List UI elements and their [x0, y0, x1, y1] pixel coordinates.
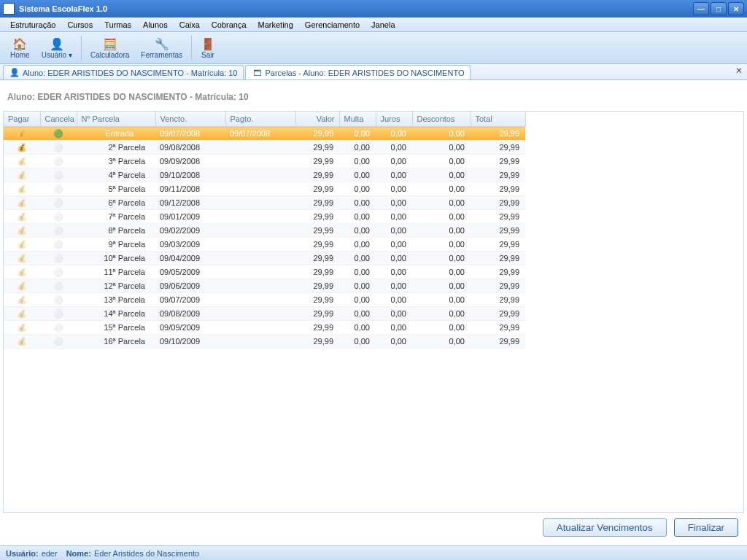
menu-turmas[interactable]: Turmas [98, 19, 137, 31]
atualizar-vencimentos-button[interactable]: Atualizar Vencimentos [543, 518, 667, 537]
cell-juros: 0,00 [376, 182, 412, 196]
col-pagto[interactable]: Pagto. [225, 112, 295, 127]
table-row[interactable]: 💰⚪2ª Parcela09/08/200829,990,000,000,002… [4, 141, 525, 155]
table-row[interactable]: 💰⚪12ª Parcela09/06/200929,990,000,000,00… [4, 279, 525, 293]
cell-valor: 29,99 [295, 335, 339, 349]
cell-pagto [225, 196, 295, 210]
status-nome-label: Nome: [66, 549, 91, 558]
table-row[interactable]: 💰⚪11ª Parcela09/05/200929,990,000,000,00… [4, 265, 525, 279]
table-row[interactable]: 💰⚪14ª Parcela09/08/200929,990,000,000,00… [4, 307, 525, 321]
cell-descontos: 0,00 [412, 210, 471, 224]
cell-total: 29,99 [471, 155, 525, 168]
minimize-button[interactable]: — [693, 2, 709, 15]
tab-parcelas[interactable]: 🗔 Parcelas - Aluno: EDER ARISTIDES DO NA… [245, 65, 471, 79]
content-area: Aluno: EDER ARISTIDES DO NASCIMENTO - Ma… [0, 80, 747, 545]
cell-pagto [225, 238, 295, 252]
cell-vencto: 09/04/2009 [155, 252, 225, 265]
cell-pagto [225, 293, 295, 307]
table-row[interactable]: 💰🟢Entrada09/07/200809/07/200829,990,000,… [4, 127, 525, 141]
cancel-icon[interactable]: 🟢 [53, 128, 64, 139]
status-nome: Eder Aristides do Nascimento [94, 549, 199, 558]
col-juros[interactable]: Juros [376, 112, 412, 127]
menu-caixa[interactable]: Caixa [174, 19, 206, 31]
menu-janela[interactable]: Janela [365, 19, 400, 31]
cell-vencto: 09/08/2009 [155, 307, 225, 321]
col-valor[interactable]: Valor [295, 112, 339, 127]
pay-icon: 💰 [16, 295, 28, 305]
cell-juros: 0,00 [376, 307, 412, 321]
table-row[interactable]: 💰⚪15ª Parcela09/09/200929,990,000,000,00… [4, 321, 525, 335]
user-icon: 👤 [50, 36, 64, 51]
table-row[interactable]: 💰⚪16ª Parcela09/10/200929,990,000,000,00… [4, 335, 525, 349]
cell-multa: 0,00 [339, 196, 376, 210]
toolbar-sair[interactable]: 🚪 Sair [195, 35, 221, 61]
cell-vencto: 09/11/2008 [155, 182, 225, 196]
pay-icon: 💰 [16, 239, 28, 249]
col-descontos[interactable]: Descontos [412, 112, 471, 127]
cell-vencto: 09/10/2009 [155, 335, 225, 349]
table-row[interactable]: 💰⚪4ª Parcela09/10/200829,990,000,000,002… [4, 168, 525, 182]
table-row[interactable]: 💰⚪6ª Parcela09/12/200829,990,000,000,002… [4, 196, 525, 210]
col-cancela[interactable]: Cancela [40, 112, 77, 127]
cell-total: 29,99 [471, 141, 525, 155]
exit-icon: 🚪 [201, 36, 215, 51]
cancel-icon: ⚪ [53, 322, 64, 332]
cell-multa: 0,00 [339, 307, 376, 321]
cell-pagto [225, 141, 295, 155]
footer-buttons: Atualizar Vencimentos Finalizar [3, 513, 744, 542]
menu-cobranca[interactable]: Cobrança [206, 19, 252, 31]
cell-valor: 29,99 [295, 238, 339, 252]
pay-icon: 💰 [16, 336, 28, 346]
cell-total: 29,99 [471, 252, 525, 265]
close-button[interactable]: ✕ [728, 2, 744, 15]
finalizar-button[interactable]: Finalizar [674, 518, 738, 537]
col-pagar[interactable]: Pagar [4, 112, 40, 127]
cell-multa: 0,00 [339, 127, 376, 141]
table-row[interactable]: 💰⚪7ª Parcela09/01/200929,990,000,000,002… [4, 210, 525, 224]
table-row[interactable]: 💰⚪8ª Parcela09/02/200929,990,000,000,002… [4, 224, 525, 238]
table-row[interactable]: 💰⚪5ª Parcela09/11/200829,990,000,000,002… [4, 182, 525, 196]
cell-juros: 0,00 [376, 224, 412, 238]
page-title: Aluno: EDER ARISTIDES DO NASCIMENTO - Ma… [3, 83, 744, 111]
cell-total: 29,99 [471, 307, 525, 321]
pay-icon: 💰 [16, 198, 28, 208]
cell-multa: 0,00 [339, 238, 376, 252]
tab-close-icon[interactable]: ✕ [735, 66, 743, 76]
table-row[interactable]: 💰⚪3ª Parcela09/09/200829,990,000,000,002… [4, 155, 525, 168]
pay-icon: 💰 [16, 225, 28, 236]
pay-icon[interactable]: 💰 [16, 142, 28, 152]
col-total[interactable]: Total [471, 112, 525, 127]
cell-descontos: 0,00 [412, 224, 471, 238]
menu-estruturacao[interactable]: Estruturação [4, 19, 61, 31]
table-row[interactable]: 💰⚪10ª Parcela09/04/200929,990,000,000,00… [4, 252, 525, 265]
cell-pagto: 09/07/2008 [225, 127, 295, 141]
col-multa[interactable]: Multa [339, 112, 376, 127]
col-vencto[interactable]: Vencto. [155, 112, 225, 127]
cell-multa: 0,00 [339, 224, 376, 238]
cell-juros: 0,00 [376, 196, 412, 210]
cell-valor: 29,99 [295, 307, 339, 321]
table-row[interactable]: 💰⚪9ª Parcela09/03/200929,990,000,000,002… [4, 238, 525, 252]
menu-alunos[interactable]: Alunos [137, 19, 174, 31]
menu-marketing[interactable]: Marketing [252, 19, 299, 31]
toolbar-ferramentas[interactable]: 🔧 Ferramentas [135, 35, 188, 61]
cell-parcela: 3ª Parcela [77, 155, 155, 168]
cell-total: 29,99 [471, 210, 525, 224]
toolbar-home[interactable]: 🏠 Home [4, 35, 36, 61]
cell-multa: 0,00 [339, 210, 376, 224]
cell-descontos: 0,00 [412, 293, 471, 307]
cell-total: 29,99 [471, 279, 525, 293]
toolbar-calculadora[interactable]: 🧮 Calculadora [85, 35, 135, 61]
menu-gerenciamento[interactable]: Gerenciamento [299, 19, 365, 31]
cell-parcela: 10ª Parcela [77, 252, 155, 265]
col-parcela[interactable]: Nº Parcela [77, 112, 155, 127]
menu-cursos[interactable]: Cursos [61, 19, 98, 31]
tab-aluno[interactable]: 👤 Aluno: EDER ARISTIDES DO NASCIMENTO - … [3, 65, 244, 79]
cell-pagto [225, 252, 295, 265]
cell-valor: 29,99 [295, 252, 339, 265]
table-row[interactable]: 💰⚪13ª Parcela09/07/200929,990,000,000,00… [4, 293, 525, 307]
cell-multa: 0,00 [339, 168, 376, 182]
toolbar-usuario[interactable]: 👤 Usuário ▾ [36, 35, 78, 61]
cell-juros: 0,00 [376, 168, 412, 182]
maximize-button[interactable]: □ [711, 2, 727, 15]
